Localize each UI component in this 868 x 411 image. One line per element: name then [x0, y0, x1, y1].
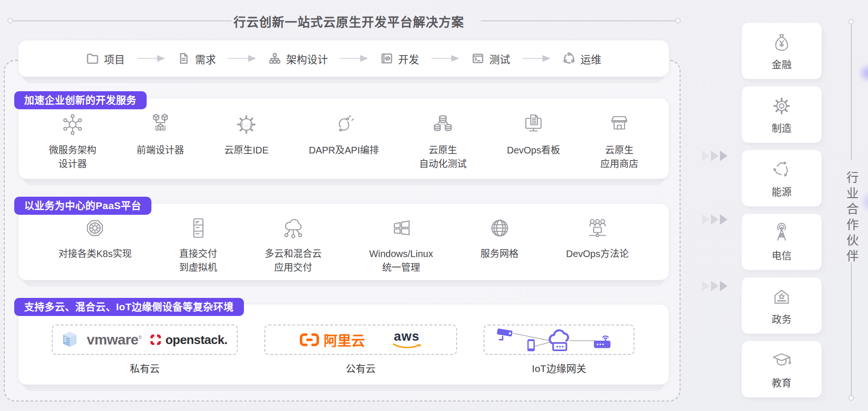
arrow-right-icon [136, 54, 166, 63]
right-rail-line-top [851, 25, 852, 160]
workflow-bar: 项目 需求 架构设计 开发 [18, 40, 669, 77]
paas-item: 服务网格 [481, 213, 519, 261]
industry-card-education: 教育 [741, 341, 822, 398]
vmware-logo: vmware® [87, 332, 142, 348]
industry-card-government: 政务 [741, 277, 822, 334]
paas-item: DevOps方法论 [566, 213, 629, 261]
arrow-right-icon [339, 54, 369, 63]
industry-card-finance: 金融 [741, 22, 822, 79]
aws-logo: aws [392, 330, 422, 349]
svg-text:{..}: {..} [241, 122, 252, 127]
service-item-label: 云原生IDE [224, 143, 269, 157]
iot-gateway-box [484, 325, 635, 355]
section-tag-environments: 支持多云、混合云、IoT边缘侧设备等复杂环境 [14, 298, 244, 316]
government-building-icon [771, 286, 793, 308]
right-rail-top-dot [849, 19, 854, 24]
api-orchestration-icon [331, 111, 357, 138]
gear-icon [771, 95, 793, 117]
smartphone-icon [527, 339, 534, 351]
devops-board-icon [520, 111, 547, 138]
money-bag-icon [771, 31, 793, 53]
arrow-right-icon [522, 54, 551, 63]
kubernetes-wheel-icon [82, 215, 108, 241]
server-rack-icon [185, 215, 212, 241]
right-rail-line-bottom [851, 262, 852, 395]
cctv-camera-icon [497, 328, 513, 340]
operations-cycle-icon [562, 52, 576, 65]
windows-linux-icon [388, 215, 414, 241]
service-item: DevOps看板 [507, 110, 560, 157]
alibaba-cloud-logo: 阿里云 [299, 330, 365, 350]
signal-tower-icon [771, 222, 793, 244]
header-line-left [13, 20, 232, 21]
industry-card-manufacturing: 制造 [741, 86, 822, 143]
workflow-step-label: 需求 [195, 51, 216, 66]
service-item: DAPR及API编排 [309, 110, 379, 157]
alibaba-cloud-mark-icon [299, 333, 319, 347]
chevron-right-group [702, 214, 728, 225]
industry-label: 政务 [772, 311, 792, 325]
service-item: 云原生 应用商店 [600, 110, 638, 171]
workflow-step-label: 架构设计 [286, 51, 328, 66]
workflow-step-label: 测试 [489, 51, 510, 66]
chevron-right-group [702, 151, 728, 161]
workflow-step-label: 运维 [580, 51, 601, 66]
cloud-gateway-icon [550, 330, 568, 350]
automated-testing-icon [429, 111, 456, 138]
app-store-icon [606, 111, 633, 138]
aws-smile-icon [392, 343, 422, 349]
decor-blob [860, 190, 868, 214]
paas-item: Windows/Linux 统一管理 [369, 213, 433, 275]
workflow-step-label: 开发 [398, 51, 419, 66]
service-mesh-globe-icon [486, 215, 513, 241]
section-tag-paas-platform: 以业务为中心的PaaS平台 [14, 197, 151, 215]
chevron-right-group [702, 281, 728, 291]
env-public-cloud: 阿里云 aws 公有云 [264, 325, 457, 384]
industry-label: 电信 [772, 248, 792, 262]
paas-item: 直接交付 到虚拟机 [179, 213, 217, 275]
header-line-right [481, 20, 675, 21]
workflow-step-label: 项目 [104, 51, 125, 66]
frontend-designer-icon [147, 111, 174, 138]
requirements-doc-icon [177, 52, 190, 65]
code-window-icon [380, 52, 393, 65]
wifi-router-icon [594, 336, 610, 348]
devops-methodology-icon [584, 215, 611, 241]
env-iot-gateway: IoT边缘网关 [484, 325, 635, 384]
public-cloud-box: 阿里云 aws [264, 325, 457, 355]
paas-item: 多云和混合云 应用交付 [265, 213, 322, 275]
service-item-label: DAPR及API编排 [309, 143, 379, 157]
architecture-chart-icon [268, 52, 281, 65]
env-label: 私有云 [130, 361, 160, 375]
section-dev-services: 微服务架构 设计器 前端设计器 {..} 云原生IDE DAPR及API编排 云… [18, 98, 669, 179]
microservice-architecture-icon [59, 111, 86, 138]
service-item-label: 云原生 自动化测试 [419, 143, 467, 171]
paas-item-label: 服务网格 [481, 247, 519, 261]
industry-card-energy: 能源 [741, 150, 822, 207]
folder-icon [86, 52, 99, 65]
page-title: 行云创新一站式云原生开发平台解决方案 [223, 12, 475, 30]
recycle-icon [771, 159, 793, 181]
section-environments: vmware® openstack. 私有云 阿里云 [18, 304, 669, 385]
private-cloud-box: vmware® openstack. [52, 325, 238, 355]
service-item-label: 云原生 应用商店 [600, 143, 638, 171]
industry-label: 能源 [772, 184, 792, 198]
workflow-step-testing: 测试 [471, 51, 510, 66]
service-item-label: 前端设计器 [137, 143, 184, 157]
service-item: 微服务架构 设计器 [49, 110, 96, 171]
service-item: 云原生 自动化测试 [419, 110, 467, 171]
section-paas-platform: 对接各类K8s实现 直接交付 到虚拟机 多云和混合云 应用交付 Windows/… [18, 203, 669, 280]
right-rail-bottom-dot [849, 395, 854, 401]
service-item-label: DevOps看板 [507, 143, 560, 157]
iot-devices-graphic [490, 326, 628, 354]
service-item: {..} 云原生IDE [224, 110, 269, 157]
workflow-step-development: 开发 [380, 51, 419, 66]
cloud-native-ide-icon: {..} [233, 111, 260, 138]
workflow-step-operations: 运维 [562, 51, 601, 66]
server-cube-icon [62, 331, 78, 349]
industry-partner-column: 金融 制造 能源 电信 [741, 22, 822, 398]
openstack-logo: openstack. [150, 333, 227, 347]
arrow-right-icon [430, 54, 460, 63]
env-label: IoT边缘网关 [532, 361, 586, 375]
paas-item-label: 对接各类K8s实现 [58, 247, 131, 261]
